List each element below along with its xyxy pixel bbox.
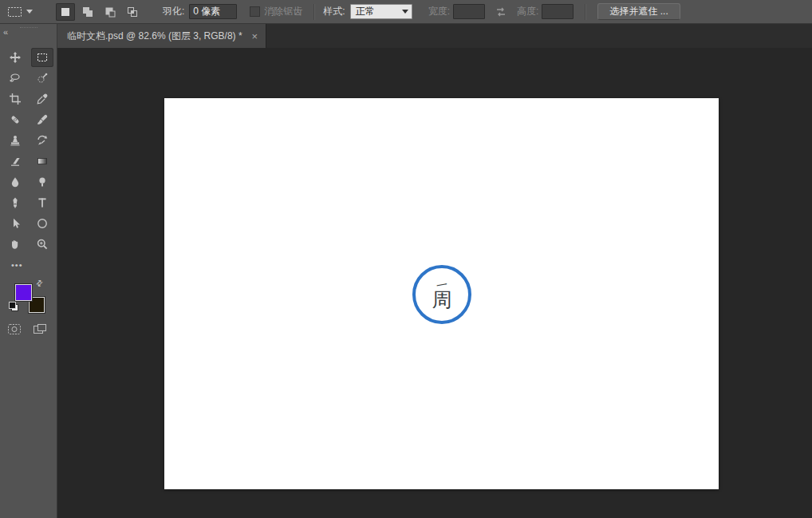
intersect-selection-icon [127,6,138,18]
move-tool[interactable] [4,48,26,67]
divider [313,4,315,20]
marquee-preset-icon [6,6,24,18]
rectangular-marquee-tool[interactable] [31,48,53,67]
screen-mode-button[interactable] [33,323,47,335]
eraser-tool[interactable] [4,152,26,171]
antialias-label: 消除锯齿 [264,5,302,18]
brush-tool[interactable] [31,110,53,129]
logo-main-character: 周 [432,289,452,310]
intersect-selection-button[interactable] [123,3,142,21]
feather-label: 羽化: [163,5,184,18]
tool-grid [0,48,57,254]
eyedropper-icon [36,93,49,105]
tool-preset-picker[interactable] [6,2,45,22]
type-tool[interactable] [31,193,53,212]
document-canvas[interactable]: 一 周 [164,98,719,489]
clone-stamp-tool[interactable] [4,131,26,150]
path-selection-tool[interactable] [4,214,26,233]
gradient-tool[interactable] [31,152,53,171]
path-selection-icon [9,217,22,230]
hand-icon [9,238,22,251]
type-icon [36,196,49,209]
pen-tool[interactable] [4,193,26,212]
new-selection-icon [60,6,71,18]
tab-close-icon[interactable]: × [252,31,258,42]
photoshop-window: 羽化: 消除锯齿 样式: 正常 宽度: 高度: 选择并遮住 ... « [0,0,812,518]
toolbar-header: « [0,27,57,38]
brush-icon [36,113,49,126]
history-brush-icon [36,134,49,147]
select-and-mask-button[interactable]: 选择并遮住 ... [597,3,680,20]
gradient-icon [36,155,49,168]
style-dropdown-value: 正常 [356,5,375,18]
canvas-workspace[interactable]: 一 周 [57,48,812,518]
hand-tool[interactable] [4,235,26,254]
toolbar-panel: « [0,24,57,518]
selection-mode-group [56,3,142,21]
swap-colors-icon[interactable]: ⇄ [34,278,45,289]
document-tab-bar: 临时文档.psd @ 82.6% (图层 3, RGB/8) * × [57,24,812,48]
height-label: 高度: [517,5,538,18]
chevron-down-icon [26,10,33,14]
foreground-color-swatch[interactable] [15,284,32,301]
dodge-icon [36,176,49,188]
style-dropdown[interactable]: 正常 [350,4,412,19]
style-label: 样式: [323,5,345,18]
chevron-down-icon [402,10,408,14]
collapse-toolbar-button[interactable]: « [3,28,8,37]
quick-mask-icon [7,323,22,335]
logo-stroke-character: 一 [436,279,448,290]
crop-tool[interactable] [4,89,26,109]
default-colors-icon[interactable] [9,302,18,311]
subtract-from-selection-button[interactable] [101,3,120,21]
divider [585,4,586,20]
document-tab-title: 临时文档.psd @ 82.6% (图层 3, RGB/8) * [67,30,242,43]
screen-mode-icon [33,323,47,335]
crop-icon [9,93,22,105]
panel-grip[interactable] [20,27,37,30]
width-label: 宽度: [428,5,450,18]
subtract-selection-icon [104,6,116,18]
lasso-tool[interactable] [4,69,26,88]
lasso-icon [9,72,22,85]
ellipse-icon [36,217,49,230]
quick-selection-tool[interactable] [31,69,53,88]
rectangular-marquee-icon [36,51,49,64]
quick-selection-icon [36,72,49,85]
clone-stamp-icon [9,134,22,147]
dodge-tool[interactable] [31,172,53,192]
blur-tool[interactable] [4,172,26,192]
default-foreground-chip [9,302,16,309]
eraser-icon [9,155,22,168]
add-to-selection-button[interactable] [78,3,97,21]
blur-drop-icon [9,176,22,188]
document-tab[interactable]: 临时文档.psd @ 82.6% (图层 3, RGB/8) * × [57,24,266,48]
feather-input[interactable] [189,4,237,19]
zoom-icon [36,238,49,251]
healing-brush-icon [9,113,22,126]
zoom-tool[interactable] [31,235,53,254]
add-selection-icon [82,6,93,18]
history-brush-tool[interactable] [31,131,53,150]
options-bar: 羽化: 消除锯齿 样式: 正常 宽度: 高度: 选择并遮住 ... [0,0,812,24]
eyedropper-tool[interactable] [31,89,53,109]
color-swatches: ⇄ [0,279,57,319]
antialias-checkbox[interactable] [250,6,260,17]
width-input[interactable] [453,4,485,19]
swap-dimensions-icon[interactable] [495,6,507,18]
ellipse-shape-tool[interactable] [31,214,53,233]
new-selection-button[interactable] [56,3,75,21]
healing-brush-tool[interactable] [4,110,26,129]
pen-icon [9,196,22,209]
height-input[interactable] [542,4,574,19]
edit-toolbar-button[interactable]: ••• [8,259,26,271]
move-icon [9,51,22,64]
logo-circle: 一 周 [412,265,471,324]
quick-mask-button[interactable] [7,323,22,335]
